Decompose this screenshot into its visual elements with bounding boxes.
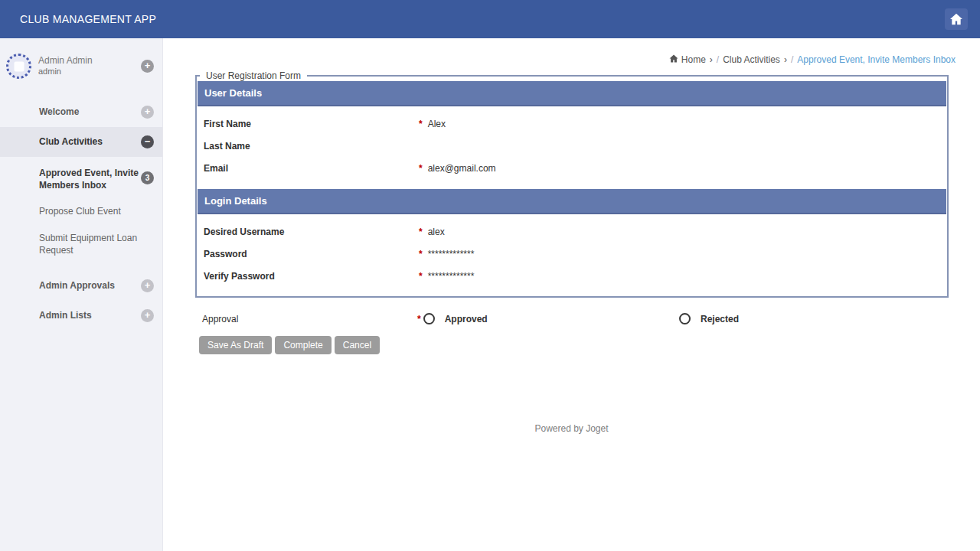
sidebar-item-label: Submit Equipment Loan Request: [39, 232, 154, 256]
sidebar-item-equipment-loan-request[interactable]: Submit Equipment Loan Request: [0, 225, 162, 263]
sidebar-item-label: Admin Lists: [39, 310, 141, 322]
required-marker: *: [419, 119, 423, 129]
section-header-login-details: Login Details: [198, 189, 946, 214]
sidebar-item-label: Propose Club Event: [39, 205, 154, 217]
plus-icon[interactable]: +: [141, 309, 154, 322]
approval-field: Approval * Approved Rejected: [195, 313, 949, 324]
complete-button[interactable]: Complete: [275, 336, 331, 354]
save-as-draft-button[interactable]: Save As Draft: [199, 336, 272, 354]
radio-label: Approved: [445, 314, 488, 324]
sidebar-item-label: Welcome: [39, 106, 141, 119]
radio-option-approved[interactable]: * Approved: [417, 313, 679, 324]
sidebar-item-approved-event-inbox[interactable]: Approved Event, Invite Members Inbox 3: [0, 160, 162, 198]
approval-label: Approval: [202, 314, 417, 324]
plus-icon[interactable]: +: [141, 279, 154, 292]
radio-label: Rejected: [701, 314, 739, 324]
powered-by-footer: Powered by Joget: [163, 423, 980, 434]
home-icon: [669, 54, 678, 65]
radio-option-rejected[interactable]: Rejected: [679, 313, 941, 324]
form-fieldset: User Registration Form User Details Firs…: [195, 70, 949, 298]
required-marker: *: [417, 314, 421, 324]
sidebar-item-welcome[interactable]: Welcome +: [0, 97, 162, 127]
field-label: Password: [204, 249, 419, 259]
breadcrumb-separator: ›: [710, 54, 713, 65]
field-value-verify-password: *************: [428, 271, 475, 282]
field-label: Desired Username: [204, 227, 419, 237]
field-label: First Name: [204, 119, 419, 129]
user-name: Admin Admin: [38, 55, 141, 67]
home-icon: [949, 13, 963, 25]
sidebar-item-admin-approvals[interactable]: Admin Approvals +: [0, 271, 162, 301]
sidebar-item-propose-club-event[interactable]: Propose Club Event: [0, 198, 162, 224]
required-marker: *: [419, 227, 423, 237]
app-title: CLUB MANAGEMENT APP: [20, 13, 156, 25]
field-value-email: alex@gmail.com: [428, 163, 496, 174]
radio-button-approved[interactable]: [423, 313, 435, 324]
form-actions: Save As Draft Complete Cancel: [195, 336, 949, 354]
field-value-first-name: Alex: [428, 119, 446, 129]
field-label: Verify Password: [204, 271, 419, 282]
breadcrumb-home[interactable]: Home: [669, 54, 706, 65]
breadcrumb-club-activities[interactable]: Club Activities: [723, 54, 780, 65]
cancel-button[interactable]: Cancel: [335, 336, 380, 354]
required-marker: *: [419, 249, 423, 259]
sidebar-item-label: Approved Event, Invite Members Inbox: [39, 167, 141, 191]
field-label: Email: [204, 163, 419, 174]
user-registration-form: User Registration Form User Details Firs…: [195, 70, 949, 354]
field-row-email: Email * alex@gmail.com: [198, 157, 946, 179]
required-marker: *: [419, 163, 423, 174]
sidebar-item-admin-lists[interactable]: Admin Lists +: [0, 301, 162, 331]
field-value-password: *************: [428, 249, 475, 259]
field-value-desired-username: alex: [428, 227, 445, 237]
field-row-first-name: First Name * Alex: [198, 112, 946, 135]
minus-icon[interactable]: −: [141, 135, 154, 148]
required-marker: *: [419, 271, 423, 282]
inbox-count-badge: 3: [141, 171, 154, 184]
radio-button-rejected[interactable]: [679, 313, 691, 324]
breadcrumb-separator: ›: [784, 54, 787, 65]
field-label: Last Name: [204, 141, 419, 152]
user-expand-icon[interactable]: +: [141, 60, 154, 73]
app-header: CLUB MANAGEMENT APP: [0, 0, 980, 38]
field-row-last-name: Last Name: [198, 135, 946, 157]
field-row-desired-username: Desired Username * alex: [198, 220, 946, 243]
avatar: [6, 54, 31, 79]
sidebar: Admin Admin admin + Welcome + Club Activ…: [0, 38, 163, 551]
home-button[interactable]: [945, 8, 968, 30]
main-content: Home › / Club Activities › / Approved Ev…: [163, 38, 980, 551]
breadcrumb-separator: /: [791, 54, 793, 65]
breadcrumb-current: Approved Event, Invite Members Inbox: [797, 54, 956, 65]
form-title: User Registration Form: [200, 70, 307, 81]
user-username: admin: [38, 67, 141, 77]
breadcrumb-separator: /: [717, 54, 719, 65]
field-row-password: Password * *************: [198, 243, 946, 265]
sidebar-user-block[interactable]: Admin Admin admin +: [0, 38, 162, 91]
sidebar-item-label: Club Activities: [39, 136, 141, 148]
club-activities-submenu: Approved Event, Invite Members Inbox 3 P…: [0, 157, 162, 271]
field-row-verify-password: Verify Password * *************: [198, 265, 946, 287]
sidebar-nav: Welcome + Club Activities − Approved Eve…: [0, 97, 162, 331]
sidebar-item-label: Admin Approvals: [39, 280, 141, 292]
sidebar-item-club-activities[interactable]: Club Activities −: [0, 127, 162, 157]
plus-icon[interactable]: +: [141, 106, 154, 119]
section-header-user-details: User Details: [198, 81, 946, 106]
breadcrumb: Home › / Club Activities › / Approved Ev…: [669, 54, 956, 65]
